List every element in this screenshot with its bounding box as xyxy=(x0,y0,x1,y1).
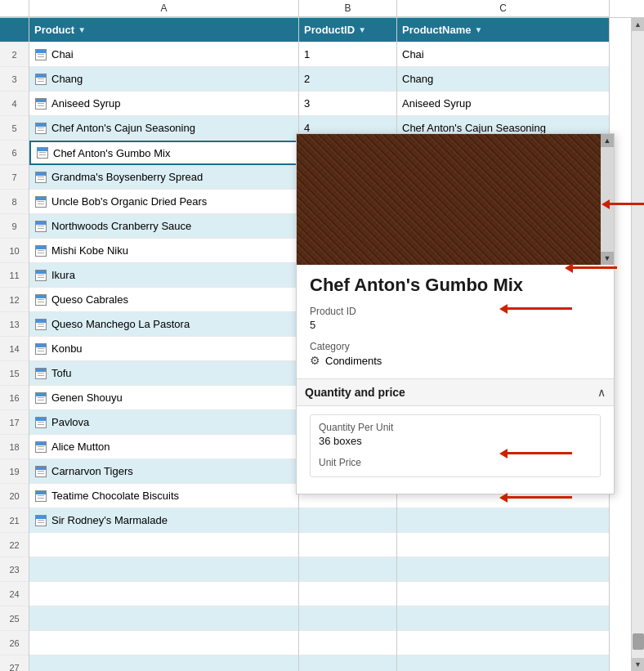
record-icon-8 xyxy=(34,195,47,208)
row-num-2: 2 xyxy=(0,42,29,67)
product-name-12: Queso Cabrales xyxy=(51,293,128,306)
cell-b-23[interactable] xyxy=(299,557,396,582)
cell-a-10[interactable]: Mishi Kobe Niku xyxy=(29,239,298,263)
cell-a-23[interactable] xyxy=(29,557,298,582)
row-num-11: 11 xyxy=(0,263,29,288)
record-icon-11 xyxy=(34,269,47,282)
cell-b-24[interactable] xyxy=(299,582,396,606)
row-num-25: 25 xyxy=(0,606,29,631)
col-letter-a: A xyxy=(29,0,299,17)
record-icon-17 xyxy=(34,416,47,429)
cell-a-16[interactable]: Genen Shouyu xyxy=(29,386,298,410)
row-num-22: 22 xyxy=(0,533,29,557)
cell-a-22[interactable] xyxy=(29,533,298,557)
cell-c-25[interactable] xyxy=(397,606,609,631)
row-num-26: 26 xyxy=(0,631,29,655)
vertical-scrollbar[interactable]: ▲ ▼ xyxy=(631,18,644,671)
cell-b-25[interactable] xyxy=(299,606,396,631)
unit-price-label: Unit Price xyxy=(319,457,592,468)
cell-c-2[interactable]: Chai xyxy=(397,42,609,67)
cell-a-21[interactable]: Sir Rodney's Marmalade xyxy=(29,508,298,533)
cell-a-4[interactable]: Aniseed Syrup xyxy=(29,92,298,116)
row-num-3: 3 xyxy=(0,67,29,92)
cell-a-6[interactable]: Chef Anton's Gumbo Mix xyxy=(29,141,298,165)
popup-scroll-down[interactable]: ▼ xyxy=(601,252,614,265)
cell-a-24[interactable] xyxy=(29,582,298,606)
cell-b-27[interactable] xyxy=(299,655,396,671)
category-icon: ⚙ xyxy=(310,354,320,367)
record-icon-13 xyxy=(34,318,47,331)
cell-b-3[interactable]: 2 xyxy=(299,67,396,92)
cell-c-3[interactable]: Chang xyxy=(397,67,609,92)
row-num-17: 17 xyxy=(0,410,29,435)
cell-a-11[interactable]: Ikura xyxy=(29,263,298,288)
section-header[interactable]: Quantity and price ∧ xyxy=(297,378,614,406)
record-icon-14 xyxy=(34,342,47,356)
cell-a-18[interactable]: Alice Mutton xyxy=(29,435,298,459)
row-num-27: 27 xyxy=(0,655,29,671)
image-texture xyxy=(297,134,614,265)
product-name-21: Sir Rodney's Marmalade xyxy=(51,514,168,526)
cell-a-26[interactable] xyxy=(29,631,298,655)
cell-c-23[interactable] xyxy=(397,557,609,582)
record-icon-12 xyxy=(34,293,47,306)
record-icon-19 xyxy=(34,465,47,478)
scroll-track[interactable] xyxy=(632,31,645,658)
cell-a-27[interactable] xyxy=(29,655,298,671)
arrow-3 xyxy=(507,307,572,310)
cell-c-24[interactable] xyxy=(397,582,609,606)
section-chevron: ∧ xyxy=(597,386,606,399)
cell-b-2[interactable]: 1 xyxy=(299,42,396,67)
filter-icon-c[interactable]: ▼ xyxy=(475,25,483,34)
cell-a-15[interactable]: Tofu xyxy=(29,361,298,386)
cell-b-4[interactable]: 3 xyxy=(299,92,396,116)
cell-a-5[interactable]: Chef Anton's Cajun Seasoning xyxy=(29,116,298,141)
cell-b-21[interactable] xyxy=(299,508,396,533)
cell-a-13[interactable]: Queso Manchego La Pastora xyxy=(29,312,298,337)
column-letter-headers: A B C xyxy=(0,0,644,18)
row-numbers: 2345678910111213141516171819202122232425… xyxy=(0,18,29,671)
record-icon-6 xyxy=(36,146,49,159)
record-icon-20 xyxy=(34,490,47,503)
product-name-19: Carnarvon Tigers xyxy=(51,465,133,477)
cell-b-26[interactable] xyxy=(299,631,396,655)
scroll-up-btn[interactable]: ▲ xyxy=(632,18,645,31)
cell-a-19[interactable]: Carnarvon Tigers xyxy=(29,459,298,484)
row-num-21: 21 xyxy=(0,508,29,533)
popup-content: Chef Anton's Gumbo Mix Product ID 5 Cate… xyxy=(297,265,614,494)
cell-a-25[interactable] xyxy=(29,606,298,631)
cell-a-8[interactable]: Uncle Bob's Organic Dried Pears xyxy=(29,190,298,214)
row-num-12: 12 xyxy=(0,288,29,312)
category-value: Condiments xyxy=(325,355,382,367)
cell-a-3[interactable]: Chang xyxy=(29,67,298,92)
cell-c-27[interactable] xyxy=(397,655,609,671)
popup-scroll-up[interactable]: ▲ xyxy=(601,134,614,147)
record-icon-4 xyxy=(34,97,47,110)
cell-a-17[interactable]: Pavlova xyxy=(29,410,298,435)
cell-a-7[interactable]: Grandma's Boysenberry Spread xyxy=(29,165,298,190)
product-id-value: 5 xyxy=(310,319,601,331)
cell-c-21[interactable] xyxy=(397,508,609,533)
cell-c-22[interactable] xyxy=(397,533,609,557)
cell-c-26[interactable] xyxy=(397,631,609,655)
cell-a-20[interactable]: Teatime Chocolate Biscuits xyxy=(29,484,298,508)
cell-a-2[interactable]: Chai xyxy=(29,42,298,67)
record-icon-9 xyxy=(34,220,47,233)
row-num-6: 6 xyxy=(0,141,29,165)
arrow-1 xyxy=(609,203,644,205)
filter-icon-b[interactable]: ▼ xyxy=(358,25,366,34)
product-name-8: Uncle Bob's Organic Dried Pears xyxy=(51,195,207,208)
cell-b-22[interactable] xyxy=(299,533,396,557)
cell-c-4[interactable]: Aniseed Syrup xyxy=(397,92,609,116)
row-num-20: 20 xyxy=(0,484,29,508)
product-name-10: Mishi Kobe Niku xyxy=(51,244,128,257)
filter-icon-a[interactable]: ▼ xyxy=(78,25,86,34)
scroll-down-btn[interactable]: ▼ xyxy=(632,658,645,671)
row-num-16: 16 xyxy=(0,386,29,410)
scroll-thumb[interactable] xyxy=(633,633,644,650)
cell-a-14[interactable]: Konbu xyxy=(29,337,298,361)
row-num-10: 10 xyxy=(0,239,29,263)
cell-a-12[interactable]: Queso Cabrales xyxy=(29,288,298,312)
product-name-16: Genen Shouyu xyxy=(51,391,123,404)
cell-a-9[interactable]: Northwoods Cranberry Sauce xyxy=(29,214,298,239)
